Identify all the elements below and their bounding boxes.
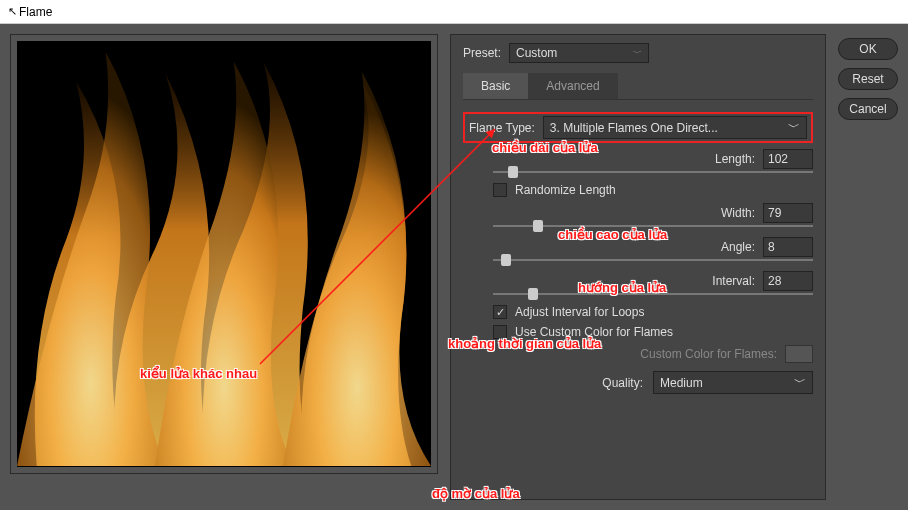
preset-label: Preset: xyxy=(463,46,501,60)
custom-color-swatch[interactable] xyxy=(785,345,813,363)
flame-preview xyxy=(17,41,431,467)
cursor-icon: ↖ xyxy=(8,5,17,18)
length-label: Length: xyxy=(715,152,755,166)
tab-basic[interactable]: Basic xyxy=(463,73,528,99)
interval-label: Interval: xyxy=(712,274,755,288)
angle-slider[interactable] xyxy=(493,259,813,261)
button-column: OK Reset Cancel xyxy=(838,38,898,500)
flame-type-select[interactable]: 3. Multiple Flames One Direct... ﹀ xyxy=(543,116,807,139)
randomize-label: Randomize Length xyxy=(515,183,616,197)
settings-panel: Preset: Custom ﹀ Basic Advanced Flame Ty… xyxy=(450,34,826,500)
length-slider[interactable] xyxy=(493,171,813,173)
title-bar: ↖ Flame xyxy=(0,0,908,24)
flame-type-row: Flame Type: 3. Multiple Flames One Direc… xyxy=(463,112,813,143)
reset-button[interactable]: Reset xyxy=(838,68,898,90)
chevron-down-icon: ﹀ xyxy=(633,47,642,60)
custom-color-checkbox[interactable] xyxy=(493,325,507,339)
quality-value: Medium xyxy=(660,376,703,390)
chevron-down-icon: ﹀ xyxy=(794,374,806,391)
randomize-checkbox[interactable] xyxy=(493,183,507,197)
ok-button[interactable]: OK xyxy=(838,38,898,60)
cancel-button[interactable]: Cancel xyxy=(838,98,898,120)
preset-select[interactable]: Custom ﹀ xyxy=(509,43,649,63)
flame-image xyxy=(17,41,431,467)
width-input[interactable] xyxy=(763,203,813,223)
flame-type-value: 3. Multiple Flames One Direct... xyxy=(550,121,718,135)
flame-type-label: Flame Type: xyxy=(469,121,535,135)
dialog-body: Preset: Custom ﹀ Basic Advanced Flame Ty… xyxy=(0,24,908,510)
angle-input[interactable] xyxy=(763,237,813,257)
custom-color-swatch-label: Custom Color for Flames: xyxy=(640,347,777,361)
length-input[interactable] xyxy=(763,149,813,169)
width-label: Width: xyxy=(721,206,755,220)
window-title: Flame xyxy=(19,5,52,19)
interval-input[interactable] xyxy=(763,271,813,291)
tab-advanced[interactable]: Advanced xyxy=(528,73,617,99)
adjust-loops-label: Adjust Interval for Loops xyxy=(515,305,644,319)
tabs: Basic Advanced xyxy=(463,73,813,100)
adjust-loops-checkbox[interactable] xyxy=(493,305,507,319)
preset-value: Custom xyxy=(516,46,557,60)
quality-select[interactable]: Medium ﹀ xyxy=(653,371,813,394)
width-slider[interactable] xyxy=(493,225,813,227)
custom-color-label: Use Custom Color for Flames xyxy=(515,325,673,339)
chevron-down-icon: ﹀ xyxy=(788,119,800,136)
interval-slider[interactable] xyxy=(493,293,813,295)
angle-label: Angle: xyxy=(721,240,755,254)
preview-panel xyxy=(10,34,438,474)
quality-label: Quality: xyxy=(602,376,643,390)
